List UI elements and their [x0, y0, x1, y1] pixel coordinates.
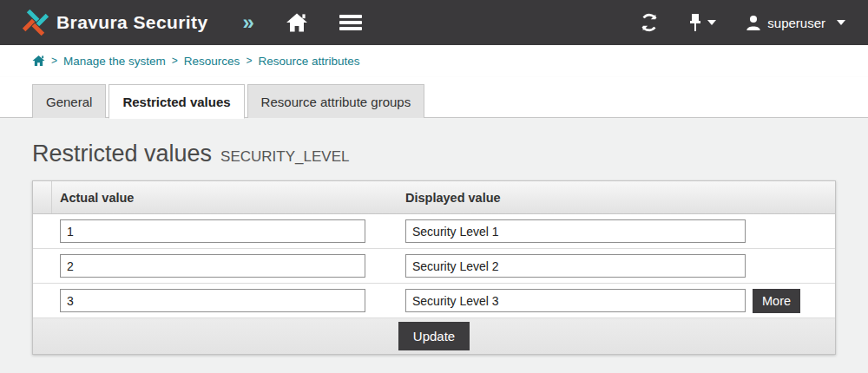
breadcrumb-separator: >	[51, 55, 57, 67]
breadcrumb-separator: >	[172, 55, 178, 67]
breadcrumb-link-resource-attributes[interactable]: Resource attributes	[258, 55, 359, 68]
breadcrumb-link-manage-the-system[interactable]: Manage the system	[63, 55, 166, 68]
row-selector-cell	[33, 249, 52, 283]
actual-value-input-2[interactable]	[60, 254, 365, 278]
breadcrumb: > Manage the system > Resources > Resour…	[0, 45, 868, 77]
user-caret-down-icon	[837, 20, 845, 25]
brand-name: Bravura Security	[56, 12, 207, 33]
breadcrumb-home-icon[interactable]	[32, 55, 45, 67]
table-row: More	[33, 284, 835, 318]
displayed-value-input-1[interactable]	[405, 219, 746, 243]
displayed-value-input-2[interactable]	[405, 254, 746, 278]
actual-value-input-1[interactable]	[60, 219, 365, 243]
row-selector-cell	[33, 214, 52, 248]
more-button[interactable]: More	[753, 289, 800, 313]
column-header-displayed-value: Displayed value	[398, 191, 835, 205]
top-navigation-bar: Bravura Security »	[0, 0, 868, 45]
user-icon	[746, 15, 761, 30]
user-menu[interactable]: superuser	[746, 15, 845, 30]
bravura-knot-icon	[23, 10, 49, 36]
selector-column-header	[33, 181, 52, 213]
page-title: Restricted values SECURITY_LEVEL	[32, 141, 868, 167]
table-row	[33, 214, 835, 249]
username-label: superuser	[767, 16, 825, 30]
page-title-text: Restricted values	[32, 141, 212, 167]
tab-general[interactable]: General	[32, 84, 106, 118]
update-button[interactable]: Update	[398, 322, 470, 350]
table-header-row: Actual value Displayed value	[33, 181, 835, 214]
tab-resource-attribute-groups[interactable]: Resource attribute groups	[247, 84, 425, 118]
hamburger-menu-icon[interactable]	[339, 14, 362, 31]
restricted-values-table: Actual value Displayed value	[32, 180, 836, 355]
pin-menu-icon[interactable]	[688, 13, 716, 32]
actual-value-input-3[interactable]	[60, 289, 365, 312]
breadcrumb-separator: >	[246, 55, 252, 67]
page-subtitle: SECURITY_LEVEL	[220, 148, 349, 166]
pin-caret-down-icon	[707, 20, 716, 25]
tab-restricted-values[interactable]: Restricted values	[108, 84, 244, 119]
content-panel: Restricted values SECURITY_LEVEL Actual …	[0, 118, 868, 373]
tab-strip: General Restricted values Resource attri…	[0, 77, 868, 118]
brand-logo[interactable]: Bravura Security	[23, 10, 207, 36]
displayed-value-input-3[interactable]	[405, 289, 746, 312]
table-footer: Update	[33, 318, 835, 354]
table-row	[33, 249, 835, 284]
column-header-actual-value: Actual value	[52, 191, 398, 205]
home-icon[interactable]	[286, 12, 308, 33]
breadcrumb-link-resources[interactable]: Resources	[184, 55, 240, 68]
row-selector-cell	[33, 284, 52, 317]
expand-menu-chevron[interactable]: »	[242, 12, 253, 33]
refresh-icon[interactable]	[640, 13, 659, 32]
